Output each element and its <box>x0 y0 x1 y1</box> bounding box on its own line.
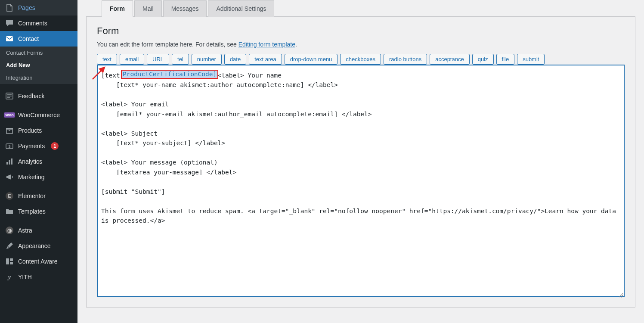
sidebar-item-label: Astra <box>18 227 32 234</box>
panel-heading: Form <box>97 25 625 37</box>
tag-email-button[interactable]: email <box>120 54 144 65</box>
folder-icon <box>5 207 14 216</box>
svg-text:$: $ <box>8 144 10 149</box>
sidebar-item-appearance[interactable]: Appearance <box>0 238 77 254</box>
sidebar-item-content-aware[interactable]: Content Aware <box>0 254 77 269</box>
sidebar-subitem-label: Integration <box>6 75 32 81</box>
megaphone-icon <box>5 173 14 181</box>
tag-generator-row: text email URL tel number date text area… <box>97 54 625 65</box>
sidebar-item-templates[interactable]: Templates <box>0 204 77 219</box>
sidebar-item-elementor[interactable]: E Elementor <box>0 188 77 204</box>
payments-badge: 1 <box>51 142 59 150</box>
sidebar-item-contact[interactable]: Contact <box>0 31 77 47</box>
astra-icon: ◑ <box>5 226 14 235</box>
sidebar-subitem-label: Add New <box>6 62 30 68</box>
sidebar-item-label: Appearance <box>18 242 51 249</box>
svg-rect-4 <box>9 130 10 131</box>
sidebar-subitem-add-new[interactable]: Add New <box>0 59 77 71</box>
pages-icon <box>5 3 14 12</box>
sidebar-item-label: Analytics <box>18 158 42 165</box>
sidebar-subitem-integration[interactable]: Integration <box>0 71 77 84</box>
tag-url-button[interactable]: URL <box>147 54 169 65</box>
sidebar-item-payments[interactable]: $ Payments 1 <box>0 138 77 154</box>
sidebar-item-feedback[interactable]: Feedback <box>0 88 77 104</box>
sidebar-item-label: Products <box>18 127 42 134</box>
sidebar-item-label: Payments <box>18 143 45 149</box>
form-panel: Form You can edit the form template here… <box>86 17 635 307</box>
sidebar-item-label: WooCommerce <box>18 112 60 118</box>
svg-rect-0 <box>6 36 13 41</box>
svg-rect-9 <box>11 158 12 165</box>
elementor-icon: E <box>5 192 14 200</box>
tag-quiz-button[interactable]: quiz <box>472 54 494 65</box>
tab-additional-settings[interactable]: Additional Settings <box>208 0 274 17</box>
tag-tel-button[interactable]: tel <box>172 54 189 65</box>
sidebar-item-label: Content Aware <box>18 258 58 265</box>
analytics-icon <box>5 157 14 166</box>
comment-icon <box>5 19 14 28</box>
tag-date-button[interactable]: date <box>224 54 246 65</box>
tag-radio-button[interactable]: radio buttons <box>384 54 427 65</box>
sidebar-item-label: Templates <box>18 208 46 215</box>
sidebar-item-astra[interactable]: ◑ Astra <box>0 223 77 238</box>
sidebar-item-analytics[interactable]: Analytics <box>0 154 77 169</box>
sidebar-item-label: Pages <box>18 4 35 11</box>
form-template-textarea[interactable] <box>97 65 625 297</box>
svg-rect-12 <box>10 262 13 264</box>
svg-rect-10 <box>6 258 9 264</box>
sidebar-item-pages[interactable]: Pages <box>0 0 77 16</box>
brush-icon <box>5 242 14 250</box>
sidebar-subitem-contact-forms[interactable]: Contact Forms <box>0 47 77 59</box>
woocommerce-icon: Woo <box>5 111 14 119</box>
feedback-icon <box>5 92 14 100</box>
tag-dropdown-button[interactable]: drop-down menu <box>285 54 338 65</box>
tag-number-button[interactable]: number <box>192 54 222 65</box>
sidebar-item-woocommerce[interactable]: Woo WooCommerce <box>0 107 77 123</box>
editing-template-link[interactable]: Editing form template <box>238 41 295 48</box>
tag-file-button[interactable]: file <box>496 54 515 65</box>
sidebar-item-comments[interactable]: Comments <box>0 16 77 31</box>
sidebar-subitem-label: Contact Forms <box>6 50 43 56</box>
panel-help-text: You can edit the form template here. For… <box>97 41 625 48</box>
sidebar-item-label: Comments <box>18 20 47 27</box>
sidebar-item-marketing[interactable]: Marketing <box>0 169 77 185</box>
sidebar-item-label: Feedback <box>18 93 44 99</box>
svg-rect-3 <box>6 129 12 134</box>
admin-sidebar: Pages Comments Contact Contact Forms Add… <box>0 0 77 323</box>
sidebar-item-products[interactable]: Products <box>0 123 77 138</box>
main-content: Form Mail Messages Additional Settings F… <box>77 0 644 323</box>
mail-icon <box>5 34 14 43</box>
sidebar-item-label: Marketing <box>18 174 44 180</box>
sidebar-item-yith[interactable]: y YITH <box>0 269 77 285</box>
tag-submit-button[interactable]: submit <box>517 54 545 65</box>
tag-checkboxes-button[interactable]: checkboxes <box>340 54 381 65</box>
tab-messages[interactable]: Messages <box>163 0 207 17</box>
tab-mail[interactable]: Mail <box>134 0 162 17</box>
tag-text-button[interactable]: text <box>97 54 117 65</box>
archive-icon <box>5 126 14 135</box>
tab-form[interactable]: Form <box>102 0 133 17</box>
yith-icon: y <box>5 273 14 281</box>
tag-acceptance-button[interactable]: acceptance <box>430 54 470 65</box>
svg-rect-8 <box>9 160 10 165</box>
form-template-wrap: ProductCertificationCode] <box>97 65 625 298</box>
payments-icon: $ <box>5 142 14 150</box>
content-aware-icon <box>5 257 14 266</box>
svg-rect-7 <box>6 162 8 165</box>
sidebar-item-label: Contact <box>18 35 39 42</box>
svg-rect-11 <box>10 258 13 261</box>
panel-tabs: Form Mail Messages Additional Settings <box>86 0 635 17</box>
sidebar-item-label: Elementor <box>18 193 46 199</box>
tag-textarea-button[interactable]: text area <box>249 54 282 65</box>
sidebar-item-label: YITH <box>18 273 32 280</box>
